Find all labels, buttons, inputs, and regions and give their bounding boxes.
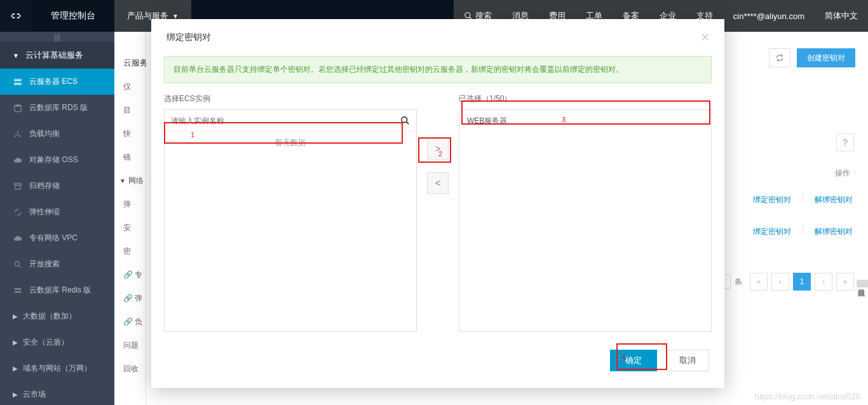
- sub-item[interactable]: 仪: [114, 75, 146, 99]
- sidebar-item-label: 开放搜索: [29, 259, 60, 270]
- sidebar-item-rds[interactable]: 云数据库 RDS 版: [0, 95, 114, 121]
- sidebar-item-label: 域名与网站（万网）: [23, 363, 92, 374]
- sub-item[interactable]: 安: [114, 216, 146, 240]
- feedback-side-tab[interactable]: 点我提问: [857, 280, 868, 287]
- redis-icon: [13, 286, 23, 295]
- bind-keypair-link[interactable]: 绑定密钥对: [753, 226, 791, 237]
- sub-item[interactable]: 🔗 负: [114, 310, 146, 334]
- operations-column-header: 操作: [835, 168, 850, 179]
- sidebar-item-label: 云数据库 RDS 版: [29, 102, 88, 113]
- move-right-button[interactable]: >: [427, 138, 449, 160]
- sub-cat-network[interactable]: ▼ 网络: [114, 169, 146, 193]
- sidebar-group-security[interactable]: ▶ 安全（云盾）: [0, 329, 114, 355]
- sidebar-group-market[interactable]: ▶ 云市场: [0, 381, 114, 405]
- bind-keypair-modal: 绑定密钥对 × 目前单台云服务器只支持绑定单个密钥对。若您选择已经绑定过其他密钥…: [151, 19, 724, 388]
- sidebar-item-label: 云数据库 Redis 版: [29, 285, 91, 296]
- close-icon[interactable]: ×: [701, 29, 709, 46]
- transfer-source: 选择ECS实例 暂无数据: [164, 93, 417, 332]
- page-first-button[interactable]: «: [750, 273, 768, 291]
- sidebar-item-ess[interactable]: 弹性伸缩: [0, 199, 114, 225]
- sub-sidebar-title: 云服务: [114, 51, 146, 75]
- create-keypair-button[interactable]: 创建密钥对: [797, 48, 855, 67]
- modal-header: 绑定密钥对 ×: [151, 19, 724, 56]
- chevron-right-icon: ▶: [13, 365, 17, 372]
- link-icon: 🔗: [123, 317, 133, 326]
- sidebar-item-label: 云服务器 ECS: [29, 76, 78, 87]
- nav-account[interactable]: cin****@aliyun.com: [723, 0, 815, 32]
- chevron-right-icon: ▶: [13, 391, 17, 398]
- sub-item[interactable]: 弹: [114, 193, 146, 216]
- sub-item[interactable]: 镜: [114, 146, 146, 169]
- svg-rect-13: [15, 291, 22, 292]
- modal-body: 目前单台云服务器只支持绑定单个密钥对。若您选择已经绑定过其他密钥对的云服务器，新…: [151, 56, 724, 337]
- move-left-button[interactable]: <: [427, 172, 449, 194]
- server-icon: [13, 78, 23, 86]
- svg-point-0: [465, 13, 470, 18]
- sidebar-group-label: 云计算基础服务: [25, 50, 83, 61]
- svg-rect-2: [14, 79, 22, 81]
- brand-logo[interactable]: [0, 0, 32, 32]
- modal-title: 绑定密钥对: [166, 32, 211, 43]
- sidebar-item-label: 归档存储: [29, 181, 60, 191]
- sub-sidebar: 云服务 仪 目 快 镜 ▼ 网络 弹 安 密 🔗 专 🔗 弹 🔗 负 问题 回收: [114, 32, 146, 405]
- page-next-button[interactable]: ›: [815, 273, 832, 291]
- help-button[interactable]: ?: [836, 134, 854, 151]
- link-icon: 🔗: [123, 270, 133, 279]
- caret-down-icon: ▼: [172, 13, 179, 20]
- sidebar-group-bigdata[interactable]: ▶ 大数据（数加）: [0, 303, 114, 329]
- empty-placeholder: 暂无数据: [165, 132, 416, 153]
- sidebar-item-redis[interactable]: 云数据库 Redis 版: [0, 277, 114, 303]
- refresh-button[interactable]: [769, 48, 790, 67]
- unbind-keypair-link[interactable]: 解绑密钥对: [815, 226, 853, 237]
- target-listbox: WEB服务器: [459, 109, 712, 332]
- sidebar-item-opensearch[interactable]: 开放搜索: [0, 251, 114, 277]
- list-item[interactable]: WEB服务器: [459, 110, 711, 132]
- nav-language[interactable]: 简体中文: [815, 0, 868, 32]
- sidebar-item-vpc[interactable]: 专有网络 VPC: [0, 225, 114, 251]
- search-bar: [165, 110, 416, 132]
- database-icon: [13, 104, 23, 113]
- cancel-button[interactable]: 取消: [666, 350, 709, 371]
- sidebar-item-archive[interactable]: 归档存储: [0, 173, 114, 199]
- sub-cat-label: 网络: [128, 175, 144, 186]
- svg-point-4: [15, 104, 22, 107]
- confirm-button[interactable]: 确定: [610, 350, 657, 371]
- page-number-button[interactable]: 1: [793, 273, 811, 291]
- loadbalance-icon: [13, 130, 23, 139]
- page-last-button[interactable]: »: [836, 273, 854, 291]
- scaling-icon: [13, 208, 23, 217]
- sidebar: ||| ▼ 云计算基础服务 云服务器 ECS 云数据库 RDS 版 负载均衡 对…: [0, 32, 114, 405]
- svg-point-7: [20, 135, 21, 137]
- sub-item[interactable]: 问题: [114, 334, 146, 357]
- caret-down-icon: ▼: [119, 177, 126, 184]
- sidebar-group-cloud[interactable]: ▼ 云计算基础服务: [0, 42, 114, 69]
- page-prev-button[interactable]: ‹: [771, 273, 789, 291]
- sidebar-item-label: 云市场: [23, 389, 46, 400]
- pagination: 0 ▼ 条 « ‹ 1 › »: [704, 273, 854, 291]
- sub-item[interactable]: 🔗 弹: [114, 287, 146, 310]
- sub-item[interactable]: 快: [114, 122, 146, 146]
- watermark: https://blog.csdn.net/dirui520: [755, 392, 860, 401]
- sidebar-item-label: 安全（云盾）: [23, 337, 69, 348]
- search-input[interactable]: [171, 116, 400, 125]
- transfer-panel: 选择ECS实例 暂无数据 > < 已选择: [164, 93, 712, 332]
- transfer-controls: > <: [427, 93, 449, 194]
- sidebar-item-ecs[interactable]: 云服务器 ECS: [0, 69, 114, 95]
- sidebar-item-slb[interactable]: 负载均衡: [0, 121, 114, 147]
- sidebar-group-domain[interactable]: ▶ 域名与网站（万网）: [0, 355, 114, 381]
- sub-item[interactable]: 目: [114, 99, 146, 122]
- unbind-keypair-link[interactable]: 解绑密钥对: [815, 195, 853, 205]
- sidebar-collapse-handle[interactable]: |||: [0, 32, 114, 42]
- sidebar-item-label: 负载均衡: [29, 128, 60, 139]
- transfer-target: 已选择（1/50） WEB服务器: [459, 93, 712, 332]
- divider: [803, 226, 803, 234]
- bind-keypair-link[interactable]: 绑定密钥对: [753, 195, 791, 205]
- sub-item[interactable]: 回收: [114, 357, 146, 381]
- sub-item[interactable]: 密: [114, 240, 146, 263]
- caret-down-icon: ▼: [13, 52, 19, 59]
- divider: [803, 195, 803, 202]
- search-icon[interactable]: [400, 116, 410, 125]
- sub-item[interactable]: 🔗 专: [114, 263, 146, 287]
- sidebar-item-label: 弹性伸缩: [29, 207, 60, 217]
- sidebar-item-oss[interactable]: 对象存储 OSS: [0, 147, 114, 173]
